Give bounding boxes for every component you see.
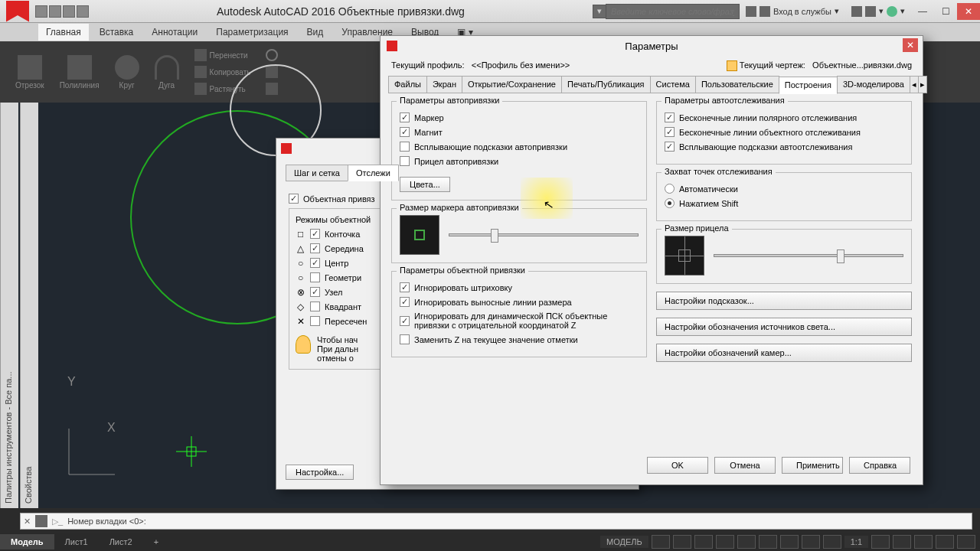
command-line[interactable]: ✕ ▷_ Номер вкладки <0>: xyxy=(20,513,972,530)
help-icon[interactable] xyxy=(887,6,897,17)
grid-toggle-icon[interactable] xyxy=(652,535,670,549)
options-tab-user[interactable]: Пользовательские xyxy=(695,76,779,93)
draw-line-button[interactable]: Отрезок xyxy=(15,55,44,90)
current-drawing-value: Объектные...ривязки.dwg xyxy=(812,60,912,70)
ok-button[interactable]: OK xyxy=(647,457,708,474)
options-tab-system[interactable]: Система xyxy=(650,76,696,93)
light-glyph-settings-button[interactable]: Настройки обозначения источников света..… xyxy=(656,318,912,336)
marker-preview xyxy=(400,215,439,255)
snap-toggle-icon[interactable] xyxy=(673,535,691,549)
geometric-checkbox[interactable] xyxy=(310,272,320,282)
modify-rotate-icon[interactable] xyxy=(266,49,278,61)
camera-glyph-settings-button[interactable]: Настройки обозначений камер... xyxy=(656,344,912,362)
qat-new-icon[interactable] xyxy=(35,5,47,18)
ribbon-tab-insert[interactable]: Вставка xyxy=(92,24,142,41)
search-dropdown-icon[interactable]: ▾ xyxy=(593,5,606,18)
a360-icon[interactable] xyxy=(865,6,876,17)
options-tab-files[interactable]: Файлы xyxy=(388,76,427,93)
help-button[interactable]: Справка xyxy=(849,457,910,474)
polar-vector-checkbox[interactable] xyxy=(665,112,675,122)
qat-more-icon[interactable] xyxy=(77,5,89,18)
polar-toggle-icon[interactable] xyxy=(716,535,734,549)
tool-palettes-bar[interactable]: Палитры инструментов - Все па... xyxy=(0,103,18,508)
model-tab[interactable]: Модель xyxy=(0,534,54,549)
options-tab-opensave[interactable]: Открытие/Сохранение xyxy=(462,76,562,93)
zoom-extents-icon[interactable] xyxy=(871,535,890,549)
midpoint-checkbox[interactable] xyxy=(310,243,320,253)
minimize-button[interactable]: — xyxy=(911,3,934,20)
replace-z-checkbox[interactable] xyxy=(400,334,410,344)
colors-button[interactable]: Цвета... xyxy=(400,177,450,192)
ribbon-tab-home[interactable]: Главная xyxy=(38,24,89,41)
qat-save-icon[interactable] xyxy=(63,5,75,18)
acq-auto-radio[interactable] xyxy=(665,184,675,194)
transparency-toggle-icon[interactable] xyxy=(780,535,799,549)
marker-size-slider[interactable] xyxy=(449,233,639,236)
ribbon-tab-parametric[interactable]: Параметризация xyxy=(208,24,296,41)
modify-copy-button[interactable]: Копировать xyxy=(194,66,251,78)
window-close-button[interactable]: ✕ xyxy=(957,3,980,20)
draw-arc-button[interactable]: Дуга xyxy=(155,55,179,90)
exchange-icon[interactable] xyxy=(851,6,862,17)
snap-tooltip-checkbox[interactable] xyxy=(400,142,410,152)
tooltip-settings-button[interactable]: Настройки подсказок... xyxy=(656,292,912,310)
object-vector-checkbox[interactable] xyxy=(665,127,675,137)
draw-polyline-button[interactable]: Полилиния xyxy=(60,55,100,90)
marker-checkbox[interactable] xyxy=(400,112,410,122)
customize-status-icon[interactable] xyxy=(893,535,911,549)
ignore-hatch-checkbox[interactable] xyxy=(400,282,410,292)
cmd-close-icon[interactable]: ✕ xyxy=(24,517,31,527)
qat-open-icon[interactable] xyxy=(49,5,61,18)
cancel-button[interactable]: Отмена xyxy=(714,457,776,474)
draw-circle-button[interactable]: Круг xyxy=(115,55,139,90)
lwt-toggle-icon[interactable] xyxy=(759,535,777,549)
tab-tracking[interactable]: Отслежи xyxy=(348,165,399,181)
login-label: Вход в службы xyxy=(773,7,831,16)
acq-shift-radio[interactable] xyxy=(665,198,675,208)
options-tab-display[interactable]: Экран xyxy=(426,76,462,93)
apply-button[interactable]: Применить xyxy=(782,457,843,474)
ignore-negz-checkbox[interactable] xyxy=(400,316,410,326)
node-checkbox[interactable] xyxy=(310,287,320,297)
tabs-scroll-right[interactable]: ▸ xyxy=(918,76,927,93)
aperture-size-slider[interactable] xyxy=(714,254,903,257)
search-input[interactable] xyxy=(606,4,740,19)
center-checkbox[interactable] xyxy=(310,258,320,268)
aperture-checkbox[interactable] xyxy=(400,156,410,166)
maximize-button[interactable]: ☐ xyxy=(934,3,957,20)
status-modelspace[interactable]: МОДЕЛЬ xyxy=(600,536,648,548)
ortho-toggle-icon[interactable] xyxy=(694,535,713,549)
endpoint-icon: □ xyxy=(296,229,305,239)
ignore-extlines-checkbox[interactable] xyxy=(400,297,410,307)
ribbon-tab-view[interactable]: Вид xyxy=(299,24,332,41)
intersection-checkbox[interactable] xyxy=(310,316,320,326)
cmd-wrench-icon[interactable] xyxy=(35,515,47,527)
annoscale-icon[interactable] xyxy=(823,535,841,549)
isolate-icon[interactable] xyxy=(914,535,933,549)
clean-screen-icon[interactable] xyxy=(957,535,975,549)
app-logo[interactable] xyxy=(6,1,29,22)
options-tab-plot[interactable]: Печать/Публикация xyxy=(561,76,651,93)
magnet-checkbox[interactable] xyxy=(400,127,410,137)
properties-bar[interactable]: Свойства xyxy=(20,103,38,508)
ribbon-tab-annotate[interactable]: Аннотации xyxy=(144,24,205,41)
quadrant-checkbox[interactable] xyxy=(310,302,320,311)
login-button[interactable]: Вход в службы▾ xyxy=(740,6,845,17)
endpoint-checkbox[interactable] xyxy=(310,229,320,239)
track-tooltip-checkbox[interactable] xyxy=(665,142,675,152)
options-tab-3d[interactable]: 3D-моделирова xyxy=(837,76,910,93)
settings-button[interactable]: Настройка... xyxy=(286,465,354,480)
options-tab-drafting[interactable]: Построения xyxy=(779,77,838,94)
osnap-on-checkbox[interactable] xyxy=(289,194,299,204)
add-layout-button[interactable]: + xyxy=(143,534,169,549)
tip-bulb-icon xyxy=(296,335,311,354)
modify-move-button[interactable]: Перенести xyxy=(194,49,251,61)
layout-tab-1[interactable]: Лист1 xyxy=(54,534,99,549)
scale-display[interactable]: 1:1 xyxy=(844,536,868,548)
tab-snap-grid[interactable]: Шаг и сетка xyxy=(286,165,348,181)
dialog-close-button[interactable]: ✕ xyxy=(903,38,918,52)
osnap-toggle-icon[interactable] xyxy=(737,535,756,549)
hardware-accel-icon[interactable] xyxy=(936,535,954,549)
layout-tab-2[interactable]: Лист2 xyxy=(99,534,143,549)
cycling-toggle-icon[interactable] xyxy=(802,535,820,549)
